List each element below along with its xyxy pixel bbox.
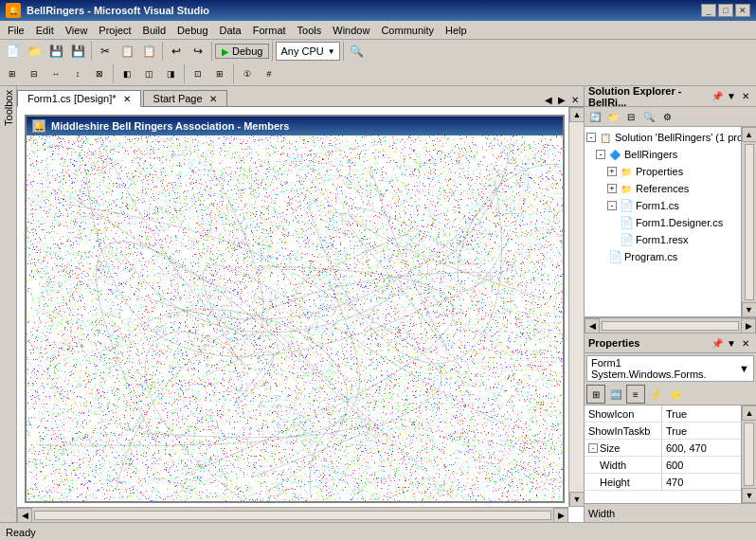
sol-vert-scroll[interactable]: ▲ ▼	[741, 127, 756, 317]
sol-hscroll-left[interactable]: ◀	[585, 318, 600, 333]
sol-horiz-scroll[interactable]: ◀ ▶	[585, 317, 756, 333]
prop-row-width[interactable]: Width 600	[585, 457, 741, 474]
menu-help[interactable]: Help	[440, 23, 473, 38]
sol-arrow-button[interactable]: ▼	[725, 90, 738, 103]
format-btn-7[interactable]: ⊞	[209, 63, 230, 84]
scroll-left-btn[interactable]: ◀	[17, 508, 32, 523]
extra-btn-1[interactable]: 🔍	[347, 41, 368, 62]
prop-fav-btn[interactable]: ⭐	[666, 385, 685, 404]
align-left-btn[interactable]: ◧	[117, 63, 137, 84]
sol-scroll-down[interactable]: ▼	[742, 302, 757, 317]
save-button[interactable]: 💾	[45, 41, 66, 62]
menu-edit[interactable]: Edit	[30, 23, 60, 38]
tree-item-form1cs[interactable]: - 📄 Form1.cs	[585, 197, 741, 214]
sol-hscroll-right[interactable]: ▶	[741, 318, 756, 333]
minimize-button[interactable]: _	[701, 4, 716, 17]
tree-item-form1designer[interactable]: 📄 Form1.Designer.cs	[585, 214, 741, 231]
prop-scroll-down[interactable]: ▼	[742, 488, 756, 503]
sol-showfiles-btn[interactable]: 📁	[604, 108, 621, 125]
menu-file[interactable]: File	[2, 23, 30, 38]
title-bar-buttons[interactable]: _ □ ✕	[701, 4, 750, 17]
copy-button[interactable]: 📋	[117, 41, 137, 62]
menu-tools[interactable]: Tools	[292, 23, 328, 38]
prop-arrow-button[interactable]: ▼	[725, 336, 738, 350]
tree-item-form1resx[interactable]: 📄 Form1.resx	[585, 231, 741, 248]
sol-pin-button[interactable]: 📌	[711, 90, 724, 103]
tree-item-project[interactable]: - 🔷 BellRingers	[585, 146, 741, 163]
scroll-right-btn[interactable]: ▶	[553, 508, 568, 523]
tree-expand-refs[interactable]: +	[607, 184, 617, 193]
menu-window[interactable]: Window	[327, 23, 375, 38]
horizontal-scrollbar[interactable]: ◀ ▶	[17, 507, 568, 522]
prop-close-button[interactable]: ✕	[739, 336, 752, 350]
format-btn-3[interactable]: ↔	[45, 63, 66, 84]
doc-scroll-right[interactable]: ▶	[555, 93, 568, 106]
prop-categorized-btn[interactable]: ⊞	[586, 385, 605, 404]
prop-row-showicon[interactable]: ShowIcon True	[585, 405, 741, 423]
menu-community[interactable]: Community	[375, 23, 440, 38]
scroll-up-btn[interactable]: ▲	[569, 107, 584, 122]
format-btn-4[interactable]: ↕	[67, 63, 88, 84]
undo-button[interactable]: ↩	[166, 41, 187, 62]
prop-object-arrow[interactable]: ▼	[739, 363, 749, 374]
start-debug-button[interactable]: ▶ Debug	[215, 44, 269, 59]
format-btn-6[interactable]: ⊡	[188, 63, 208, 84]
sol-scroll-up[interactable]: ▲	[742, 127, 757, 142]
sol-close-button[interactable]: ✕	[739, 90, 752, 103]
cut-button[interactable]: ✂	[95, 41, 116, 62]
tree-item-programcs[interactable]: 📄 Program.cs	[585, 248, 741, 265]
doc-close[interactable]: ✕	[568, 93, 582, 106]
prop-alphabetical-btn[interactable]: 🔤	[606, 385, 625, 404]
platform-dropdown[interactable]: Any CPU ▼	[276, 42, 339, 61]
sol-collapseall-btn[interactable]: ⊟	[622, 108, 639, 125]
prop-row-size[interactable]: - Size 600, 470	[585, 440, 741, 457]
menu-data[interactable]: Data	[214, 23, 247, 38]
align-right-btn[interactable]: ◨	[160, 63, 181, 84]
prop-object-selector[interactable]: Form1 System.Windows.Forms. ▼	[586, 355, 754, 382]
menu-format[interactable]: Format	[247, 23, 292, 38]
save-all-button[interactable]: 💾	[67, 41, 88, 62]
close-button[interactable]: ✕	[735, 4, 750, 17]
prop-row-showintaskbar[interactable]: ShowInTaskb True	[585, 423, 741, 440]
prop-scroll-up[interactable]: ▲	[742, 405, 756, 421]
menu-view[interactable]: View	[60, 23, 94, 38]
maximize-button[interactable]: □	[718, 4, 733, 17]
tree-item-solution[interactable]: - 📋 Solution 'BellRingers' (1 project	[585, 129, 741, 146]
prop-expand-size[interactable]: -	[588, 443, 598, 453]
prop-props-btn[interactable]: ≡	[626, 385, 645, 404]
sol-refresh-btn[interactable]: 🔄	[586, 108, 603, 125]
sol-properties-btn[interactable]: 🔍	[640, 108, 657, 125]
toolbox-label[interactable]: Toolbox	[3, 90, 14, 126]
toolbox-sidebar[interactable]: Toolbox	[0, 86, 17, 522]
format-btn-5[interactable]: ⊠	[89, 63, 110, 84]
tab-close-icon[interactable]: ✕	[123, 94, 131, 104]
open-file-button[interactable]: 📁	[24, 41, 45, 62]
prop-events-btn[interactable]: ⚡	[646, 385, 665, 404]
redo-button[interactable]: ↪	[188, 41, 208, 62]
sol-btn5[interactable]: ⚙	[658, 108, 675, 125]
menu-debug[interactable]: Debug	[171, 23, 213, 38]
form-body[interactable]	[27, 135, 563, 501]
menu-project[interactable]: Project	[93, 23, 136, 38]
align-center-btn[interactable]: ◫	[138, 63, 159, 84]
menu-build[interactable]: Build	[137, 23, 171, 38]
format-btn-2[interactable]: ⊟	[24, 63, 45, 84]
vertical-scrollbar[interactable]: ▲ ▼	[568, 107, 584, 507]
format-btn-1[interactable]: ⊞	[2, 63, 23, 84]
tree-expand-project[interactable]: -	[596, 150, 605, 159]
grid-btn[interactable]: #	[259, 63, 279, 84]
tree-expand-form1[interactable]: -	[607, 201, 617, 210]
doc-scroll-left[interactable]: ◀	[542, 93, 555, 106]
tab-start-page[interactable]: Start Page ✕	[143, 90, 227, 106]
prop-row-height[interactable]: Height 470	[585, 474, 741, 491]
tab-form1-design[interactable]: Form1.cs [Design]* ✕	[17, 90, 141, 107]
tree-item-properties[interactable]: + 📁 Properties	[585, 163, 741, 180]
tree-expand-solution[interactable]: -	[586, 133, 596, 142]
tree-expand-props[interactable]: +	[607, 167, 617, 176]
new-file-button[interactable]: 📄	[2, 41, 23, 62]
tree-item-references[interactable]: + 📁 References	[585, 180, 741, 197]
scroll-down-btn[interactable]: ▼	[569, 492, 584, 507]
tab-start-close-icon[interactable]: ✕	[209, 94, 217, 104]
prop-pin-button[interactable]: 📌	[711, 336, 724, 350]
tab-order-btn[interactable]: ①	[237, 63, 258, 84]
